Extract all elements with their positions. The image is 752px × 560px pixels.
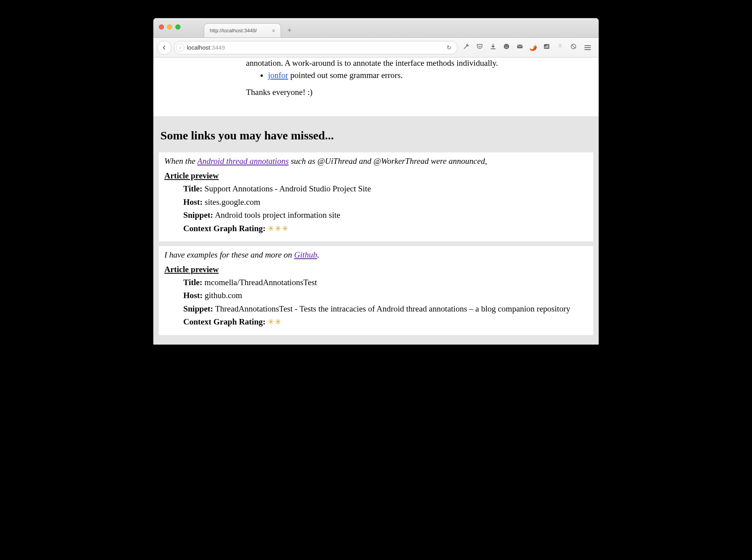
- rating-stars: ✳✳✳: [268, 224, 289, 233]
- url-bar[interactable]: i localhost:3449 ↻: [174, 41, 458, 54]
- preview-snippet-row: Snippet: ThreadAnnotationsTest - Tests t…: [183, 303, 588, 315]
- thanks-text: Thanks everyone! :): [246, 87, 571, 97]
- close-tab-icon[interactable]: ×: [272, 28, 275, 34]
- wrench-icon[interactable]: [462, 43, 470, 52]
- maximize-window-button[interactable]: [175, 24, 181, 30]
- bell-icon[interactable]: [556, 43, 564, 52]
- toolbar-icons: 🌶️: [460, 43, 595, 52]
- article-card: When the Android thread annotations such…: [159, 152, 593, 241]
- quote-link[interactable]: Android thread annotations: [197, 156, 289, 166]
- close-window-button[interactable]: [159, 24, 164, 30]
- preview-body: Title: Support Annotations - Android Stu…: [164, 183, 588, 234]
- new-tab-button[interactable]: +: [283, 24, 295, 36]
- reload-button[interactable]: ↻: [444, 44, 454, 51]
- quote-link[interactable]: Github: [294, 250, 317, 260]
- svg-rect-5: [545, 46, 546, 48]
- svg-point-1: [505, 46, 506, 46]
- url-text: localhost:3449: [187, 44, 442, 51]
- browser-tab[interactable]: http://localhost:3449/ ×: [204, 23, 281, 37]
- mail-icon[interactable]: [516, 43, 524, 52]
- list-item: jonfor pointed out some grammar errors.: [268, 70, 571, 80]
- toolbar: i localhost:3449 ↻ 🌶️: [153, 38, 599, 57]
- preview-rating-row: Context Graph Rating: ✳✳: [183, 316, 588, 328]
- article-content: annotation. A work-around is to annotate…: [153, 57, 599, 116]
- url-port: :3449: [210, 44, 225, 51]
- page-viewport[interactable]: annotation. A work-around is to annotate…: [153, 57, 599, 345]
- tab-title: http://localhost:3449/: [210, 28, 257, 33]
- preview-host-row: Host: github.com: [183, 290, 588, 301]
- li-text: pointed out some grammar errors.: [288, 70, 402, 80]
- svg-rect-7: [547, 45, 548, 48]
- card-quote: When the Android thread annotations such…: [164, 156, 588, 166]
- preview-header: Article preview: [164, 171, 588, 181]
- dashboard-icon[interactable]: [543, 43, 551, 52]
- svg-point-0: [504, 44, 509, 49]
- preview-title-row: Title: mcomella/ThreadAnnotationsTest: [183, 277, 588, 288]
- site-info-icon[interactable]: i: [176, 43, 184, 52]
- card-quote: I have examples for these and more on Gi…: [164, 250, 588, 260]
- preview-header: Article preview: [164, 265, 588, 274]
- user-link[interactable]: jonfor: [268, 70, 288, 80]
- section-heading: Some links you may have missed...: [160, 129, 592, 142]
- minimize-window-button[interactable]: [167, 24, 172, 30]
- article-card: I have examples for these and more on Gi…: [159, 246, 593, 335]
- svg-point-2: [507, 46, 508, 46]
- menu-button[interactable]: [583, 44, 592, 52]
- noscript-icon[interactable]: [570, 43, 577, 52]
- preview-host-row: Host: sites.google.com: [183, 197, 588, 208]
- preview-body: Title: mcomella/ThreadAnnotationsTest Ho…: [164, 277, 588, 328]
- missed-links-section: Some links you may have missed... When t…: [153, 116, 599, 344]
- titlebar: http://localhost:3449/ × +: [153, 18, 599, 38]
- emoji-icon[interactable]: [503, 43, 510, 52]
- li-fragment-1: annotation. A work-around is to annotate…: [246, 57, 571, 69]
- download-icon[interactable]: [489, 43, 497, 52]
- preview-title-row: Title: Support Annotations - Android Stu…: [183, 183, 588, 195]
- url-host: localhost: [187, 44, 210, 51]
- browser-window: http://localhost:3449/ × + i localhost:3…: [153, 18, 599, 345]
- preview-snippet-row: Snippet: Android tools project informati…: [183, 210, 588, 221]
- back-button[interactable]: [157, 41, 171, 55]
- preview-rating-row: Context Graph Rating: ✳✳✳: [183, 223, 588, 234]
- rating-stars: ✳✳: [268, 317, 282, 326]
- pocket-icon[interactable]: [476, 43, 484, 52]
- window-controls: [159, 24, 181, 30]
- svg-rect-6: [546, 46, 547, 48]
- svg-rect-3: [517, 45, 523, 48]
- plant-icon[interactable]: 🌶️: [529, 44, 537, 51]
